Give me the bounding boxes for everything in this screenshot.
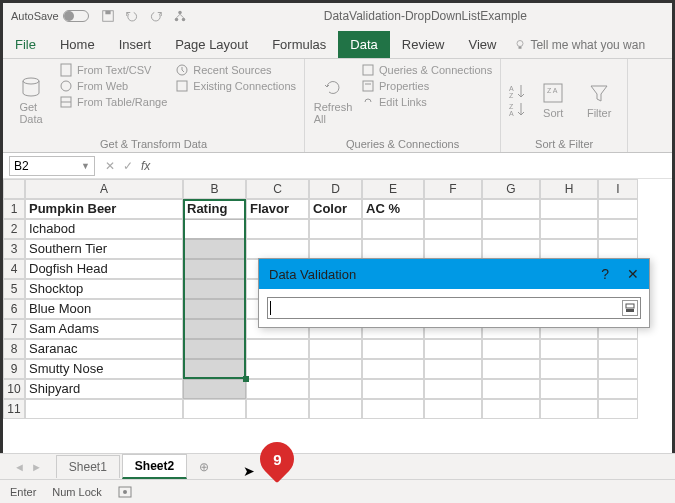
row-header[interactable]: 9 (3, 359, 25, 379)
col-header[interactable]: D (309, 179, 362, 199)
col-header[interactable]: G (482, 179, 540, 199)
tab-file[interactable]: File (3, 31, 48, 58)
cell[interactable] (362, 379, 424, 399)
cell[interactable]: AC % (362, 199, 424, 219)
get-data-button[interactable]: Get Data (11, 63, 51, 136)
cell[interactable] (424, 359, 482, 379)
tab-page-layout[interactable]: Page Layout (163, 31, 260, 58)
col-header[interactable]: A (25, 179, 183, 199)
col-header[interactable]: F (424, 179, 482, 199)
collapse-dialog-icon[interactable] (622, 300, 638, 316)
cell[interactable] (183, 319, 246, 339)
cell[interactable] (424, 239, 482, 259)
col-header[interactable]: I (598, 179, 638, 199)
cell[interactable]: Saranac (25, 339, 183, 359)
edit-links-button[interactable]: Edit Links (361, 95, 492, 109)
fx-icon[interactable]: fx (141, 159, 150, 173)
refresh-all-button[interactable]: Refresh All (313, 63, 353, 136)
tell-me-search[interactable]: Tell me what you wan (514, 38, 645, 58)
cell[interactable] (362, 239, 424, 259)
cell[interactable] (598, 219, 638, 239)
cell[interactable] (309, 399, 362, 419)
add-sheet-button[interactable]: ⊕ (199, 460, 209, 474)
row-header[interactable]: 10 (3, 379, 25, 399)
cell[interactable] (183, 299, 246, 319)
tab-formulas[interactable]: Formulas (260, 31, 338, 58)
from-web-button[interactable]: From Web (59, 79, 167, 93)
cell[interactable] (482, 359, 540, 379)
col-header[interactable]: C (246, 179, 309, 199)
cell[interactable] (309, 219, 362, 239)
cell[interactable] (598, 339, 638, 359)
row-header[interactable]: 2 (3, 219, 25, 239)
cell[interactable] (482, 399, 540, 419)
cell[interactable] (246, 339, 309, 359)
cell[interactable] (540, 359, 598, 379)
cell[interactable] (309, 239, 362, 259)
cell[interactable] (424, 399, 482, 419)
cell[interactable]: Smutty Nose (25, 359, 183, 379)
cell[interactable]: Pumpkin Beer (25, 199, 183, 219)
cell[interactable]: Dogfish Head (25, 259, 183, 279)
cell[interactable] (540, 379, 598, 399)
cell[interactable] (482, 219, 540, 239)
tab-insert[interactable]: Insert (107, 31, 164, 58)
cell[interactable] (598, 399, 638, 419)
cell[interactable]: Sam Adams (25, 319, 183, 339)
cell[interactable] (424, 199, 482, 219)
row-header[interactable]: 1 (3, 199, 25, 219)
cell[interactable] (540, 199, 598, 219)
fill-handle[interactable] (243, 376, 249, 382)
cell[interactable] (183, 259, 246, 279)
col-header[interactable]: B (183, 179, 246, 199)
cell[interactable] (246, 379, 309, 399)
tab-home[interactable]: Home (48, 31, 107, 58)
tab-view[interactable]: View (456, 31, 508, 58)
sheet-tab-sheet2[interactable]: Sheet2 (122, 454, 187, 479)
cell[interactable] (540, 239, 598, 259)
help-icon[interactable]: ? (601, 266, 609, 282)
cell[interactable] (362, 359, 424, 379)
tab-data[interactable]: Data (338, 31, 389, 58)
cell[interactable] (25, 399, 183, 419)
col-header[interactable]: E (362, 179, 424, 199)
enter-formula-icon[interactable]: ✓ (123, 159, 133, 173)
redo-icon[interactable] (149, 9, 163, 23)
sort-asc-icon[interactable]: AZ (509, 83, 527, 99)
row-header[interactable]: 5 (3, 279, 25, 299)
cell[interactable] (183, 219, 246, 239)
cell[interactable] (424, 219, 482, 239)
cell[interactable] (424, 379, 482, 399)
sort-desc-icon[interactable]: ZA (509, 101, 527, 117)
recent-sources-button[interactable]: Recent Sources (175, 63, 296, 77)
sheet-tab-sheet1[interactable]: Sheet1 (56, 455, 120, 478)
close-icon[interactable]: ✕ (627, 266, 639, 282)
cell[interactable] (540, 219, 598, 239)
range-input[interactable] (267, 297, 641, 319)
cell[interactable] (598, 359, 638, 379)
chevron-down-icon[interactable]: ▼ (81, 161, 90, 171)
sheet-nav-prev-icon[interactable]: ◄ (14, 461, 25, 473)
col-header[interactable]: H (540, 179, 598, 199)
cell[interactable] (482, 199, 540, 219)
undo-icon[interactable] (125, 9, 139, 23)
cell[interactable]: Southern Tier (25, 239, 183, 259)
cell[interactable] (309, 379, 362, 399)
row-header[interactable]: 11 (3, 399, 25, 419)
existing-connections-button[interactable]: Existing Connections (175, 79, 296, 93)
row-header[interactable]: 4 (3, 259, 25, 279)
from-text-csv-button[interactable]: From Text/CSV (59, 63, 167, 77)
cell[interactable] (246, 399, 309, 419)
name-box[interactable]: B2 ▼ (9, 156, 95, 176)
cell[interactable] (183, 399, 246, 419)
cell[interactable] (362, 339, 424, 359)
cell[interactable]: Ichabod (25, 219, 183, 239)
cell[interactable] (598, 199, 638, 219)
cell[interactable]: Rating (183, 199, 246, 219)
cell[interactable] (540, 399, 598, 419)
queries-connections-button[interactable]: Queries & Connections (361, 63, 492, 77)
cell[interactable]: Color (309, 199, 362, 219)
data-validation-dialog[interactable]: Data Validation ? ✕ (258, 258, 650, 328)
cell[interactable] (482, 379, 540, 399)
cell[interactable] (362, 399, 424, 419)
